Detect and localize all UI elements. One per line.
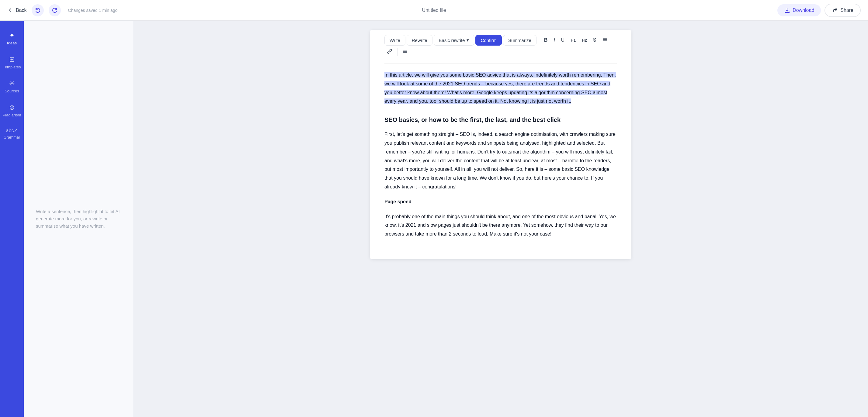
dropdown-chevron-icon: ▾	[467, 37, 469, 43]
download-label: Download	[793, 8, 814, 13]
heading-page-speed: Page speed	[384, 198, 617, 206]
toolbar-divider-1	[539, 36, 539, 44]
share-label: Share	[840, 8, 854, 13]
undo-button[interactable]	[32, 4, 44, 17]
h2-button[interactable]: H2	[579, 36, 589, 44]
toolbar-divider-2	[397, 48, 398, 56]
sidebar-item-label-templates: Templates	[3, 65, 21, 69]
page-speed-label: Page speed	[384, 199, 411, 204]
basic-rewrite-button[interactable]: Basic rewrite ▾	[434, 35, 474, 45]
sources-icon: ✳	[9, 80, 14, 87]
heading-1: SEO basics, or how to be the first, the …	[384, 114, 617, 125]
basic-rewrite-label: Basic rewrite	[439, 38, 465, 43]
sidebar-item-plagiarism[interactable]: ⊘ Plagiarism	[0, 99, 24, 123]
highlighted-text: In this article, we will give you some b…	[384, 72, 616, 104]
hint-text: Write a sentence, then highlight it to l…	[36, 208, 121, 230]
list-button[interactable]	[600, 35, 610, 45]
paragraph-1: First, let's get something straight – SE…	[384, 130, 617, 191]
sidebar-item-sources[interactable]: ✳ Sources	[0, 75, 24, 99]
h1-button[interactable]: H1	[568, 36, 578, 44]
rewrite-button[interactable]: Rewrite	[407, 35, 432, 45]
templates-icon: ⊞	[9, 56, 14, 63]
content-block: In this article, we will give you some b…	[384, 71, 617, 238]
main-layout: ✦ Ideas ⊞ Templates ✳ Sources ⊘ Plagiari…	[0, 21, 868, 417]
confirm-button[interactable]: Confirm	[475, 35, 502, 45]
formatting-toolbar: Write Rewrite Basic rewrite ▾ Confirm Su…	[384, 30, 617, 64]
sidebar-item-grammar[interactable]: abc✓ Grammar	[0, 123, 24, 145]
menu-lines-button[interactable]	[400, 47, 410, 57]
summarize-button[interactable]: Summarize	[503, 35, 536, 45]
plagiarism-icon: ⊘	[9, 104, 14, 111]
sidebar-item-label-grammar: Grammar	[4, 135, 20, 139]
file-title: Untitled file	[422, 8, 446, 13]
write-button[interactable]: Write	[384, 35, 405, 45]
paragraph-2: It's probably one of the main things you…	[384, 213, 617, 238]
sidebar-item-label-plagiarism: Plagiarism	[3, 113, 21, 117]
share-button[interactable]: Share	[825, 4, 861, 17]
editor-card: Write Rewrite Basic rewrite ▾ Confirm Su…	[370, 30, 631, 259]
back-button[interactable]: Back	[7, 7, 27, 13]
sidebar: ✦ Ideas ⊞ Templates ✳ Sources ⊘ Plagiari…	[0, 21, 24, 417]
link-button[interactable]	[384, 47, 395, 57]
redo-button[interactable]	[49, 4, 61, 17]
topbar-center: Untitled file	[422, 8, 446, 13]
back-label: Back	[16, 8, 27, 13]
sidebar-item-label-sources: Sources	[5, 89, 19, 93]
saved-status: Changes saved 1 min ago.	[68, 8, 119, 13]
underline-button[interactable]: U	[559, 36, 567, 45]
grammar-icon: abc✓	[6, 128, 18, 133]
sidebar-item-templates[interactable]: ⊞ Templates	[0, 51, 24, 75]
topbar: Back Changes saved 1 min ago. Untitled f…	[0, 0, 868, 21]
download-button[interactable]: Download	[777, 4, 821, 17]
ideas-icon: ✦	[9, 32, 14, 39]
sidebar-item-ideas[interactable]: ✦ Ideas	[0, 27, 24, 51]
topbar-right: Download Share	[434, 4, 861, 17]
selected-paragraph: In this article, we will give you some b…	[384, 71, 617, 106]
strikethrough-button[interactable]: S	[591, 36, 599, 45]
editor-area: Write Rewrite Basic rewrite ▾ Confirm Su…	[133, 21, 868, 417]
topbar-left: Back Changes saved 1 min ago.	[7, 4, 434, 17]
bold-button[interactable]: B	[542, 36, 550, 45]
left-panel: Write a sentence, then highlight it to l…	[24, 21, 133, 417]
italic-button[interactable]: I	[551, 36, 557, 45]
sidebar-item-label-ideas: Ideas	[7, 41, 17, 45]
